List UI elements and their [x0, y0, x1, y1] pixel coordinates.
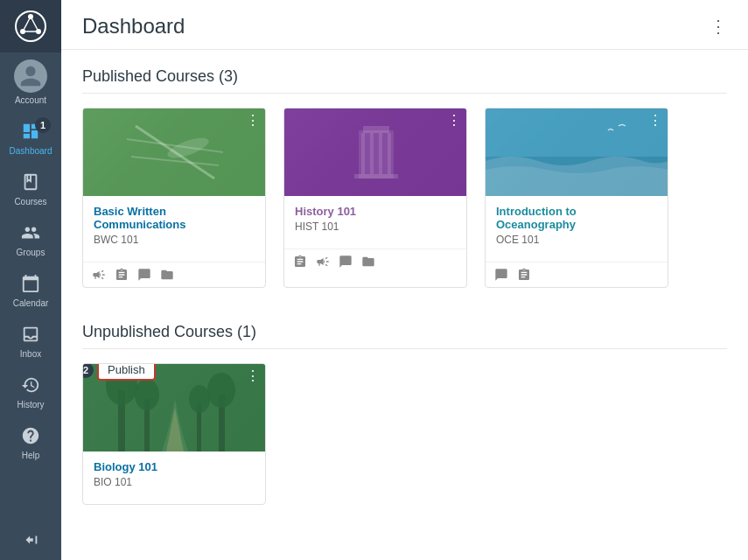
course-name-bwc101[interactable]: Basic Written Communications [94, 205, 255, 231]
sidebar-item-label: Calendar [13, 298, 49, 308]
course-image-hist101: ⋮ [284, 108, 466, 196]
course-card-bwc101: ⋮ Basic Written Communications BWC 101 [82, 108, 266, 288]
course-name-oce101[interactable]: Introduction to Oceanography [496, 205, 657, 231]
svg-point-30 [189, 385, 210, 413]
sidebar: Account Dashboard 1 Courses Groups Calen… [0, 0, 61, 560]
course-code-bwc101: BWC 101 [94, 234, 255, 246]
sidebar-item-calendar[interactable]: Calendar [0, 264, 61, 315]
course-info-hist101: History 101 HIST 101 [284, 196, 466, 248]
assignments-btn-oce101[interactable] [517, 268, 531, 282]
sidebar-item-help[interactable]: Help [0, 416, 61, 467]
writing-scene [83, 108, 265, 196]
inbox-icon [18, 322, 43, 346]
sidebar-item-inbox[interactable]: Inbox [0, 315, 61, 366]
course-image-bwc101: ⋮ [83, 108, 265, 196]
svg-line-4 [31, 17, 38, 32]
canvas-logo-icon [14, 10, 47, 43]
dashboard-badge: 1 [35, 117, 51, 133]
course-actions-hist101 [284, 248, 466, 274]
published-courses-section: Published Courses (3) ⋮ Basic Wri [61, 50, 748, 305]
unpublished-section-title: Unpublished Courses (1) [82, 323, 727, 349]
course-card-menu-bwc101[interactable]: ⋮ [246, 114, 260, 128]
unpublished-courses-grid: 2 Publish [82, 363, 727, 505]
sidebar-item-label: History [17, 400, 44, 410]
sidebar-item-groups[interactable]: Groups [0, 214, 61, 264]
sidebar-item-label: Groups [17, 248, 45, 257]
course-info-bio101: Biology 101 BIO 101 [83, 452, 265, 504]
assignments-btn-bwc101[interactable] [115, 268, 129, 282]
course-info-bwc101: Basic Written Communications BWC 101 [83, 196, 265, 262]
course-card-oce101: ⋮ Introduction to Oceanography OCE 101 [485, 108, 668, 288]
page-title: Dashboard [82, 14, 185, 38]
announcement-btn-bwc101[interactable] [92, 268, 106, 282]
course-code-hist101: HIST 101 [295, 220, 456, 233]
unpublished-courses-section: Unpublished Courses (1) 2 Publish [61, 305, 748, 522]
sidebar-item-history[interactable]: History [0, 366, 61, 416]
svg-rect-18 [379, 133, 382, 174]
course-name-bio101[interactable]: Biology 101 [94, 460, 255, 473]
files-btn-hist101[interactable] [361, 255, 375, 269]
sidebar-item-label: Account [15, 95, 46, 105]
svg-point-26 [135, 379, 159, 410]
course-actions-oce101 [486, 262, 668, 287]
sidebar-item-dashboard[interactable]: Dashboard 1 [0, 112, 61, 163]
ocean-scene [486, 108, 668, 196]
course-card-hist101: ⋮ History 101 HIST 101 [283, 108, 467, 288]
svg-rect-17 [370, 133, 374, 174]
files-btn-bwc101[interactable] [160, 268, 174, 282]
lincoln-scene [284, 108, 466, 196]
course-badge-bio101: 2 [82, 363, 94, 378]
header-menu-button[interactable]: ⋮ [710, 16, 727, 37]
sidebar-item-account[interactable]: Account [0, 52, 61, 112]
svg-rect-15 [363, 126, 389, 133]
help-icon [18, 424, 43, 448]
discussions-btn-oce101[interactable] [494, 268, 508, 282]
collapse-icon [21, 530, 40, 550]
sidebar-item-label: Dashboard [10, 146, 52, 156]
avatar [14, 60, 47, 93]
publish-button-bio101[interactable]: Publish [97, 363, 156, 381]
calendar-icon [18, 271, 43, 296]
sidebar-item-label: Help [22, 451, 40, 460]
course-info-oce101: Introduction to Oceanography OCE 101 [486, 196, 668, 262]
main-content: Dashboard ⋮ Published Courses (3) ⋮ [61, 0, 748, 560]
svg-line-6 [23, 17, 31, 32]
course-name-hist101[interactable]: History 101 [295, 205, 456, 218]
announcements-btn-hist101[interactable] [316, 255, 330, 269]
course-code-oce101: OCE 101 [496, 234, 657, 246]
sidebar-logo [0, 0, 61, 52]
svg-rect-21 [486, 108, 668, 157]
course-code-bio101: BIO 101 [94, 476, 255, 488]
course-card-menu-hist101[interactable]: ⋮ [447, 114, 461, 128]
courses-icon [18, 170, 43, 194]
discussions-btn-hist101[interactable] [339, 255, 353, 269]
sidebar-item-label: Courses [14, 197, 46, 206]
svg-rect-19 [388, 133, 391, 174]
published-courses-grid: ⋮ Basic Written Communications BWC 101 [82, 108, 727, 288]
page-header: Dashboard ⋮ [61, 0, 748, 50]
svg-rect-14 [354, 174, 398, 178]
sidebar-item-label: Inbox [20, 349, 41, 359]
course-card-menu-oce101[interactable]: ⋮ [648, 114, 662, 128]
published-section-title: Published Courses (3) [82, 67, 727, 94]
course-card-menu-bio101[interactable]: ⋮ [246, 369, 260, 383]
unpublish-badge-area: 2 Publish [82, 363, 156, 381]
course-actions-bwc101 [83, 262, 265, 287]
groups-icon [18, 220, 43, 245]
sidebar-collapse-btn[interactable] [0, 530, 61, 560]
discussions-btn-bwc101[interactable] [137, 268, 151, 282]
history-icon [18, 373, 43, 397]
svg-rect-16 [361, 133, 365, 174]
assignments-btn-hist101[interactable] [293, 255, 307, 269]
sidebar-item-courses[interactable]: Courses [0, 163, 61, 214]
svg-point-28 [207, 373, 235, 408]
course-image-oce101: ⋮ [486, 108, 668, 196]
course-card-bio101: 2 Publish [82, 363, 266, 505]
